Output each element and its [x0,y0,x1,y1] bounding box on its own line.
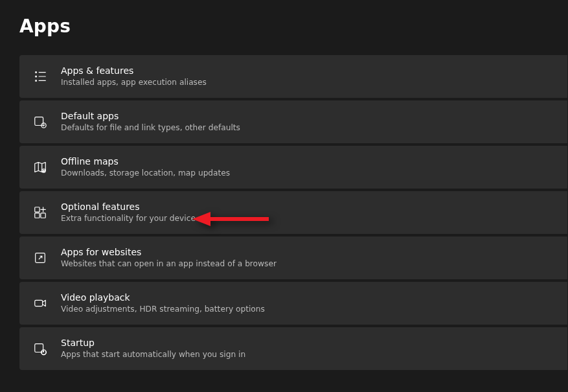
optional-features-icon [32,205,48,220]
card-text: Apps for websites Websites that can open… [61,247,277,269]
card-startup[interactable]: Startup Apps that start automatically wh… [19,327,567,370]
svg-rect-12 [35,207,40,212]
apps-features-icon [32,69,48,84]
card-title: Video playback [61,292,265,304]
card-title: Optional features [61,202,196,213]
apps-for-websites-icon [32,250,48,266]
card-text: Apps & features Installed apps, app exec… [61,65,207,87]
card-title: Apps & features [61,65,207,77]
offline-maps-icon [32,159,48,175]
card-text: Default apps Defaults for file and link … [61,111,240,133]
card-title: Offline maps [61,156,230,168]
card-subtitle: Installed apps, app execution aliases [61,78,207,87]
default-apps-icon [32,114,48,130]
card-text: Startup Apps that start automatically wh… [61,338,245,360]
card-offline-maps[interactable]: Offline maps Downloads, storage location… [19,146,567,189]
svg-rect-13 [35,213,40,218]
card-subtitle: Downloads, storage location, map updates [61,168,230,178]
page-title: Apps [19,16,568,37]
svg-point-1 [36,76,37,77]
card-title: Apps for websites [61,247,277,259]
svg-rect-19 [35,300,43,306]
svg-point-2 [36,80,37,82]
card-apps-for-websites[interactable]: Apps for websites Websites that can open… [19,236,567,279]
video-playback-icon [32,295,48,311]
card-subtitle: Extra functionality for your device [61,214,196,224]
card-subtitle: Defaults for file and link types, other … [61,123,240,133]
card-text: Offline maps Downloads, storage location… [61,156,230,178]
card-default-apps[interactable]: Default apps Defaults for file and link … [19,100,567,143]
svg-point-0 [36,72,37,73]
card-apps-features[interactable]: Apps & features Installed apps, app exec… [19,55,567,98]
svg-rect-14 [41,213,45,218]
svg-line-18 [39,256,42,259]
card-subtitle: Apps that start automatically when you s… [61,350,245,360]
card-text: Video playback Video adjustments, HDR st… [61,292,265,314]
card-subtitle: Websites that can open in an app instead… [61,259,277,269]
startup-icon [32,341,48,356]
card-video-playback[interactable]: Video playback Video adjustments, HDR st… [19,282,567,325]
card-optional-features[interactable]: Optional features Extra functionality fo… [19,191,567,234]
settings-cards: Apps & features Installed apps, app exec… [19,55,568,370]
card-text: Optional features Extra functionality fo… [61,202,196,224]
card-subtitle: Video adjustments, HDR streaming, batter… [61,305,265,314]
card-title: Default apps [61,111,240,122]
card-title: Startup [61,338,245,349]
